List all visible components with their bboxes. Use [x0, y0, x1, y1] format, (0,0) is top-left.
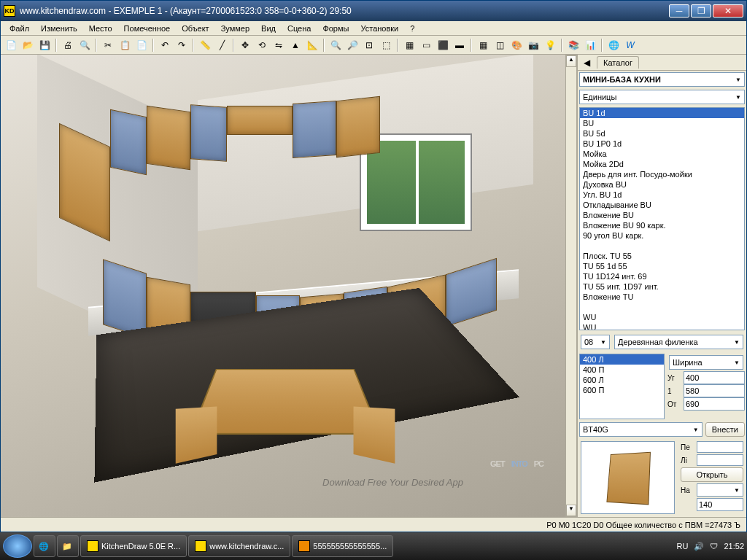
- tray-icon[interactable]: 🔊: [694, 542, 704, 551]
- list-item[interactable]: 400 Л: [580, 354, 664, 365]
- task-other[interactable]: 555555555555555...: [292, 535, 393, 557]
- list-item[interactable]: Мойка: [580, 149, 744, 159]
- task-browser[interactable]: www.kitchendraw.c...: [188, 535, 290, 557]
- menu-edit[interactable]: Изменить: [35, 23, 83, 34]
- minimize-button[interactable]: ─: [669, 4, 689, 18]
- print-icon[interactable]: 🖨: [61, 38, 75, 52]
- list-item[interactable]: Вложение BU: [580, 210, 744, 220]
- undo-icon[interactable]: ↶: [158, 38, 172, 52]
- model-dropdown[interactable]: BT40G▼: [579, 422, 703, 437]
- list-item[interactable]: Откладывание BU: [580, 200, 744, 210]
- zoomwin-icon[interactable]: ⬚: [379, 38, 393, 52]
- view-3d-icon[interactable]: ⬛: [436, 38, 450, 52]
- dimension-icon[interactable]: 📏: [198, 38, 212, 52]
- list-item[interactable]: Дверь для инт. Посудо-мойки: [580, 169, 744, 179]
- copy-icon[interactable]: 📋: [117, 38, 132, 52]
- list-item[interactable]: TU 55 1d 55: [580, 261, 744, 271]
- ot-input[interactable]: [684, 397, 745, 411]
- render-icon[interactable]: 📷: [526, 38, 541, 52]
- list-item[interactable]: BU: [580, 118, 744, 128]
- list-item[interactable]: Духовка BU: [580, 179, 744, 190]
- menu-help[interactable]: ?: [404, 23, 420, 34]
- paste-icon[interactable]: 📄: [134, 38, 149, 52]
- menu-object[interactable]: Объект: [176, 23, 214, 34]
- viewport-scrollbar[interactable]: ▲▼: [565, 55, 577, 517]
- apply-button[interactable]: Внести: [705, 422, 745, 437]
- wireframe-icon[interactable]: ▦: [476, 38, 490, 52]
- mirror-icon[interactable]: ⇋: [271, 38, 286, 52]
- ug-input[interactable]: [684, 371, 745, 384]
- close-button[interactable]: ✕: [713, 4, 743, 18]
- size-listbox[interactable]: 400 Л400 П600 Л600 П: [579, 354, 665, 419]
- web-icon[interactable]: W: [623, 38, 638, 52]
- list-item[interactable]: WU: [580, 312, 744, 322]
- menu-file[interactable]: Файл: [4, 23, 35, 34]
- quicklaunch-icon[interactable]: 🌐: [34, 535, 55, 557]
- list-item[interactable]: BU 1P0 1d: [580, 139, 744, 149]
- www-icon[interactable]: 🌐: [606, 38, 621, 52]
- rotate-icon[interactable]: ⟲: [255, 38, 269, 52]
- tray-icon[interactable]: 🛡: [710, 542, 718, 551]
- navigate-icon[interactable]: ▲: [288, 38, 303, 52]
- catalog-listbox[interactable]: BU 1dBUBU 5dBU 1P0 1dМойкаМойка 2DdДверь…: [579, 107, 745, 330]
- zoomout-icon[interactable]: 🔎: [345, 38, 360, 52]
- 3d-viewport[interactable]: GET INTO PC Download Free Your Desired A…: [1, 55, 565, 517]
- panel-back-icon[interactable]: ◀: [579, 55, 594, 70]
- measure-icon[interactable]: 📐: [305, 38, 320, 52]
- zoomfit-icon[interactable]: ⊡: [362, 38, 376, 52]
- list-item[interactable]: Вложение TU: [580, 292, 744, 302]
- start-button[interactable]: [3, 534, 32, 558]
- units-dropdown[interactable]: Единицы▼: [579, 90, 745, 104]
- open-icon[interactable]: 📂: [20, 38, 35, 52]
- list-item[interactable]: [580, 302, 744, 312]
- maximize-button[interactable]: ❐: [691, 4, 711, 18]
- depth-input[interactable]: [684, 384, 745, 397]
- catalog-icon[interactable]: 📚: [566, 38, 581, 52]
- style-name-dropdown[interactable]: Деревянная филенка▼: [614, 335, 743, 349]
- list-item[interactable]: [580, 241, 744, 251]
- move-icon[interactable]: ✥: [238, 38, 252, 52]
- list-item[interactable]: 400 П: [580, 365, 664, 375]
- shaded-icon[interactable]: 🎨: [509, 38, 524, 52]
- systray[interactable]: RU 🔊 🛡 21:52: [677, 542, 744, 551]
- list-item[interactable]: Плоск. TU 55: [580, 251, 744, 261]
- lang-indicator[interactable]: RU: [677, 542, 689, 551]
- style-code-dropdown[interactable]: 08▼: [581, 335, 610, 349]
- list-item[interactable]: Вложение BU 90 карк.: [580, 220, 744, 230]
- list-item[interactable]: 90 угол BU карк.: [580, 230, 744, 241]
- tab-catalog[interactable]: Каталог: [597, 56, 639, 69]
- list-item[interactable]: Угл. BU 1d: [580, 190, 744, 200]
- list-item[interactable]: TU 1D124 инт. 69: [580, 271, 744, 281]
- light-icon[interactable]: 💡: [543, 38, 557, 52]
- redo-icon[interactable]: ↷: [174, 38, 189, 52]
- menu-view[interactable]: Вид: [255, 23, 282, 34]
- list-item[interactable]: TU 55 инт. 1D97 инт.: [580, 281, 744, 292]
- zoomin-icon[interactable]: 🔍: [328, 38, 343, 52]
- new-icon[interactable]: 📄: [4, 38, 18, 52]
- view-elev-icon[interactable]: ▬: [452, 38, 467, 52]
- hidden-icon[interactable]: ◫: [492, 38, 507, 52]
- save-icon[interactable]: 💾: [37, 38, 52, 52]
- menu-zoomer[interactable]: Зуммер: [215, 23, 255, 34]
- list-item[interactable]: WU: [580, 322, 744, 330]
- list-item[interactable]: BU 1d: [580, 108, 744, 118]
- list-item[interactable]: 600 Л: [580, 375, 664, 385]
- na-input[interactable]: [697, 498, 743, 511]
- task-kitchendraw[interactable]: KitchenDraw 5.0E R...: [80, 535, 187, 557]
- open-button[interactable]: Открыть: [681, 467, 743, 482]
- menu-place[interactable]: Место: [83, 23, 118, 34]
- line-icon[interactable]: ╱: [214, 38, 229, 52]
- menu-settings[interactable]: Установки: [355, 23, 404, 34]
- clock[interactable]: 21:52: [724, 542, 744, 551]
- database-dropdown[interactable]: МИНИ-БАЗА КУХНИ▼: [579, 72, 745, 87]
- list-item[interactable]: Мойка 2Dd: [580, 159, 744, 169]
- list-item[interactable]: 600 П: [580, 385, 664, 395]
- quote-icon[interactable]: 📊: [583, 38, 597, 52]
- menu-forms[interactable]: Формы: [317, 23, 355, 34]
- view-front-icon[interactable]: ▭: [419, 38, 433, 52]
- list-item[interactable]: BU 5d: [580, 128, 744, 139]
- preview-icon[interactable]: 🔍: [77, 38, 92, 52]
- menu-marked[interactable]: Помеченное: [118, 23, 177, 34]
- cut-icon[interactable]: ✂: [101, 38, 115, 52]
- na-dropdown[interactable]: ▼: [697, 483, 743, 497]
